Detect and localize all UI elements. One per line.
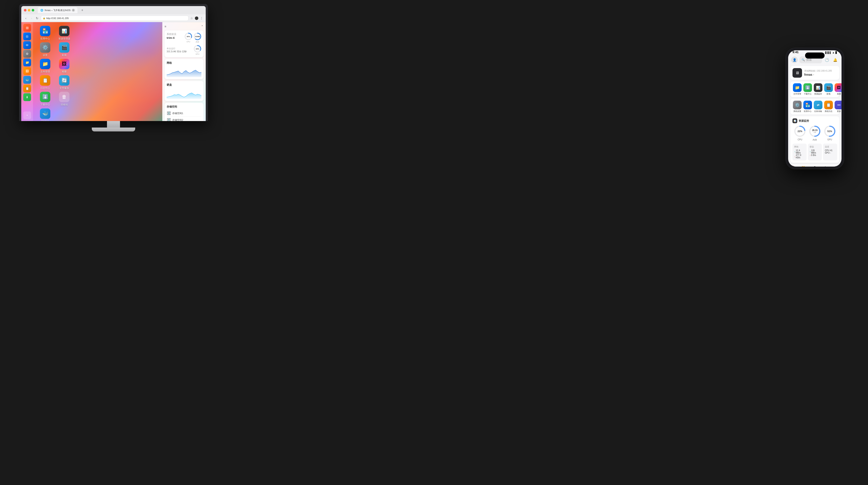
gpu-gauge-ring: 33%: [193, 45, 202, 53]
storage-card: 存储空间 💽 存储空间1 💽 存储空间2: [164, 103, 204, 121]
tab-close-button[interactable]: ✕: [72, 9, 75, 12]
app-icon-app-center: 🏪: [40, 26, 50, 36]
disk-chart: [167, 88, 202, 99]
back-button[interactable]: ‹: [24, 16, 28, 20]
panel-menu-icon[interactable]: ≡: [164, 25, 166, 28]
sidebar-item-settings[interactable]: ⚙: [23, 50, 31, 58]
forward-button[interactable]: ›: [30, 16, 33, 20]
app-item-video[interactable]: 🎬 影视: [55, 41, 74, 58]
desktop-apps: 🏪 应用中心 📊 资源管理器 ⚙️ 设置: [33, 22, 162, 121]
sidebar-item-appgrid[interactable]: ⊞: [23, 24, 31, 32]
app-icon-download: ⬇️: [40, 92, 50, 102]
desktop-area: ⊞ ⊟ ✉ ⚙ 📁 🖼: [21, 22, 206, 121]
monitor-stand: [19, 121, 208, 131]
sidebar-item-apps[interactable]: ⊟: [23, 33, 31, 40]
app-icon-resource-manager: 📊: [59, 26, 69, 36]
tab-title: fnnas – 飞牛私有云fnOS: [45, 9, 70, 12]
network-card: 网络: [164, 59, 204, 79]
browser-tab[interactable]: 🌐 fnnas – 飞牛私有云fnOS ✕: [38, 7, 78, 13]
monitor: 🌐 fnnas – 飞牛私有云fnOS ✕ + ‹ › ↻ 🔒 http://1…: [19, 4, 208, 131]
app-item-backup[interactable]: 🔄 文件备份: [55, 74, 74, 91]
storage-item-2[interactable]: 💽 存储空间2: [167, 117, 202, 121]
toolbar-actions: ☆ ⋮: [190, 17, 203, 20]
mem-gauge-ring: 333MB: [193, 33, 202, 40]
app-label-trash: 回收站: [61, 103, 68, 106]
status-card-header: 系统状况 trim-4: [167, 33, 202, 43]
url-text: http://192.168.41.205: [46, 17, 69, 20]
monitor-bezel: 🌐 fnnas – 飞牛私有云fnOS ✕ + ‹ › ↻ 🔒 http://1…: [19, 4, 208, 121]
system-status-title: 系统状况: [167, 33, 176, 36]
app-icon-docker: 🐳: [40, 108, 50, 119]
app-label-settings: 设置: [43, 54, 48, 57]
app-item-file-manager[interactable]: 📁 文件管理: [36, 58, 55, 74]
sidebar-item-mail[interactable]: ✉: [23, 41, 31, 49]
cpu-gauge-ring: 30%: [184, 33, 192, 40]
app-item-trash[interactable]: 🗑 回收站: [55, 91, 74, 107]
app-label-log: 日志中心: [40, 87, 50, 90]
browser-window: 🌐 fnnas – 飞牛私有云fnOS ✕ + ‹ › ↻ 🔒 http://1…: [21, 6, 206, 121]
cpu-gauge-label: CPU: [187, 41, 190, 43]
right-panel: ≡ ⌃ 系统状况 trim-4: [162, 22, 206, 121]
storage-item-1[interactable]: 💽 存储空间1: [167, 110, 202, 117]
app-label-app-center: 应用中心: [40, 37, 50, 40]
app-icon-video: 🎬: [59, 42, 69, 53]
cpu-gauge: 30% CPU: [184, 33, 192, 43]
mem-gauge-label: 内存: [196, 41, 199, 43]
network-chart: [167, 66, 202, 77]
bookmark-icon[interactable]: ☆: [190, 17, 193, 20]
app-icon-photos: 🖼: [59, 59, 69, 69]
sidebar-item-photos[interactable]: 🖼: [23, 67, 31, 75]
stand-base: [92, 128, 135, 131]
panel-collapse-icon[interactable]: ⌃: [201, 25, 204, 28]
runtime-row: 本次运行 3天 2小时 32分 12秒 33%: [167, 45, 202, 55]
close-button[interactable]: [24, 9, 27, 11]
app-item-resource-manager[interactable]: 📊 资源管理器: [55, 25, 74, 41]
tab-favicon: 🌐: [40, 9, 43, 12]
gpu-gauge: 33% GPU: [193, 45, 202, 55]
disk-card: 硬盘: [164, 81, 204, 101]
sidebar-item-log[interactable]: 📋: [23, 85, 31, 92]
runtime-label: 本次运行: [167, 47, 187, 50]
app-icon-backup: 🔄: [59, 75, 69, 86]
sidebar-item-download[interactable]: ⬇: [23, 93, 31, 101]
app-item-download[interactable]: ⬇️ 下载中心: [36, 91, 55, 107]
status-gauges: 30% CPU: [184, 33, 202, 43]
sidebar-item-docker[interactable]: 🐳: [23, 76, 31, 84]
gpu-gauge-value: 33%: [193, 45, 202, 53]
app-item-docker[interactable]: 🐳 Docker: [36, 107, 55, 121]
storage-name-1: 存储空间1: [172, 112, 183, 115]
storage-name-2: 存储空间2: [172, 119, 183, 121]
app-item-log[interactable]: 📋 日志中心: [36, 74, 55, 91]
app-icon-settings: ⚙️: [40, 42, 50, 53]
minimize-button[interactable]: [28, 9, 30, 11]
maximize-button[interactable]: [32, 9, 34, 11]
browser-menu-icon[interactable]: ⋮: [200, 17, 203, 20]
mem-gauge-value: 333MB: [193, 33, 202, 40]
app-item-photos[interactable]: 🖼 相册: [55, 58, 74, 74]
new-tab-button[interactable]: +: [80, 8, 85, 12]
app-label-download: 下载中心: [40, 103, 50, 106]
storage-icon-1: 💽: [167, 111, 171, 116]
stand-neck: [107, 121, 120, 128]
storage-card-title: 存储空间: [167, 105, 202, 109]
app-item-app-center[interactable]: 🏪 应用中心: [36, 25, 55, 41]
sidebar-item-files[interactable]: 📁: [23, 59, 31, 66]
traffic-lights: [24, 9, 34, 11]
app-item-settings[interactable]: ⚙️ 设置: [36, 41, 55, 58]
sidebar-item-more[interactable]: •: [23, 111, 31, 119]
app-label-docker: Docker: [41, 120, 49, 121]
desktop-sidebar: ⊞ ⊟ ✉ ⚙ 📁 🖼: [21, 22, 33, 121]
refresh-button[interactable]: ↻: [35, 16, 39, 20]
app-label-resource-manager: 资源管理器: [58, 37, 70, 40]
address-bar[interactable]: 🔒 http://192.168.41.205: [41, 15, 189, 21]
app-icon-trash: 🗑: [59, 92, 69, 102]
browser-titlebar: 🌐 fnnas – 飞牛私有云fnOS ✕ +: [21, 6, 206, 14]
app-label-backup: 文件备份: [59, 87, 69, 90]
runtime-value: 3天 2小时 32分 12秒: [167, 50, 187, 53]
app-label-photos: 相册: [62, 70, 67, 73]
browser-toolbar: ‹ › ↻ 🔒 http://192.168.41.205 ☆ ⋮: [21, 14, 206, 22]
system-status-card: 系统状况 trim-4: [164, 30, 204, 57]
cpu-gauge-value: 30%: [184, 33, 192, 40]
profile-icon[interactable]: [195, 17, 198, 20]
app-label-file-manager: 文件管理: [40, 70, 50, 73]
